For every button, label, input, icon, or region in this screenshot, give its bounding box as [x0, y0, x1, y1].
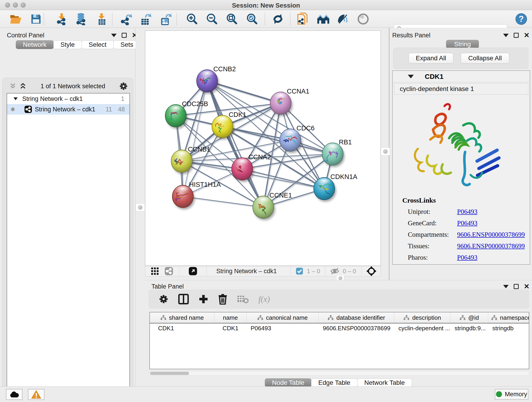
column-header-name[interactable]: name: [215, 313, 247, 323]
expand-all-icon[interactable]: [19, 83, 27, 89]
show-columns-icon[interactable]: [178, 294, 189, 304]
crosslink-link[interactable]: 9606.ENSP00000378699: [457, 231, 525, 238]
results-panel-divider[interactable]: [381, 28, 389, 280]
crosslink-link[interactable]: 9606.ENSP00000378699: [457, 242, 525, 250]
results-panel-close-icon[interactable]: ✕: [524, 33, 530, 38]
network-node-cdkn1a[interactable]: CDKN1A: [314, 173, 357, 202]
table-cell[interactable]: 9606.ENSP00000378699: [319, 323, 394, 333]
grid-view-icon[interactable]: [151, 267, 159, 275]
tab-network[interactable]: Network: [16, 40, 54, 49]
table-row[interactable]: CDK1CDK1P064939606.ENSP00000378699cyclin…: [150, 323, 529, 333]
control-panel-float-icon[interactable]: [122, 33, 127, 38]
birdseye-view-icon[interactable]: [189, 267, 197, 275]
table-panel-close-icon[interactable]: ✕: [524, 284, 530, 289]
table-panel-float-icon[interactable]: [514, 284, 519, 289]
control-panel-menu-icon[interactable]: [111, 34, 117, 37]
column-header-shared-name[interactable]: shared name: [150, 313, 215, 323]
network-canvas[interactable]: CCNB2CCNA1CDC25BCDK1CDC6RB1CCNB1CCNA2CDK…: [145, 31, 381, 266]
network-node-ccnb2[interactable]: CCNB2: [196, 65, 236, 94]
network-node-cdk1[interactable]: CDK1: [212, 111, 246, 140]
tab-string[interactable]: String: [446, 40, 479, 49]
cloud-button[interactable]: [6, 389, 22, 400]
hidden-eye-icon[interactable]: [330, 267, 340, 275]
crosslink-link[interactable]: P06493: [457, 219, 477, 227]
results-panel-title: Results Panel: [392, 32, 431, 39]
table-cell[interactable]: cyclin-dependent ...: [394, 323, 450, 333]
table-panel-menu-icon[interactable]: [503, 285, 509, 288]
table-cell[interactable]: stringdb:9...: [450, 323, 488, 333]
tab-network-table[interactable]: Network Table: [357, 378, 412, 387]
scrollbar-thumb[interactable]: [150, 372, 189, 375]
tab-select[interactable]: Select: [82, 40, 114, 49]
selected-checkbox-icon[interactable]: [296, 268, 303, 275]
table-cell[interactable]: CDK1: [150, 323, 215, 333]
crosslink-link[interactable]: P06493: [457, 208, 477, 216]
memory-button[interactable]: Memory: [495, 389, 528, 400]
column-header-namespace[interactable]: namespace: [488, 313, 529, 323]
import-network-file-icon[interactable]: [55, 12, 69, 26]
network-node-hist1h1a[interactable]: HIST1H1A: [172, 181, 221, 210]
import-network-database-icon[interactable]: [74, 12, 88, 26]
crosslink-row: Uniprot:P06493: [408, 208, 530, 216]
column-header-description[interactable]: description: [394, 313, 450, 323]
expand-all-button[interactable]: Expand All: [409, 53, 453, 64]
string-view-icon[interactable]: [165, 267, 173, 275]
column-header-canonical-name[interactable]: canonical name: [247, 313, 319, 323]
table-horizontal-scrollbar[interactable]: [149, 371, 529, 376]
network-node-ccna1[interactable]: CCNA1: [270, 88, 309, 116]
export-table-icon[interactable]: [138, 12, 152, 26]
left-panel-divider[interactable]: [135, 28, 145, 386]
glass-effect-icon[interactable]: [336, 12, 350, 26]
table-options-gear-icon[interactable]: [158, 294, 169, 304]
results-panel-float-icon[interactable]: [514, 33, 519, 38]
network-edge-count: 48: [118, 106, 125, 113]
network-options-gear-icon[interactable]: [119, 82, 128, 91]
network-tree-item-row[interactable]: String Network – cdk1 11 48: [7, 104, 129, 115]
column-header--id[interactable]: @id: [450, 313, 488, 323]
collapse-all-icon[interactable]: [9, 83, 17, 89]
warnings-button[interactable]: [28, 389, 44, 400]
network-tree-root-row[interactable]: String Network – cdk1 1: [7, 94, 129, 104]
save-session-icon[interactable]: [29, 12, 43, 26]
open-session-icon[interactable]: [9, 12, 23, 26]
tab-node-table[interactable]: Node Table: [265, 378, 311, 387]
zoom-selected-icon[interactable]: [245, 12, 259, 26]
add-column-icon[interactable]: [198, 294, 209, 304]
node-section-header[interactable]: CDK1: [393, 71, 530, 82]
tab-style[interactable]: Style: [53, 40, 82, 49]
tree-expand-icon[interactable]: [13, 97, 18, 101]
zoom-in-icon[interactable]: [185, 12, 199, 26]
crosslink-link[interactable]: P06493: [457, 254, 477, 261]
function-builder-icon[interactable]: f(x): [259, 294, 270, 304]
table-tabs: Node Table Edge Table Network Table: [145, 378, 532, 387]
node-label-cdkn1a: CDKN1A: [330, 173, 357, 180]
help-icon[interactable]: ?: [514, 12, 528, 26]
apply-layout-icon[interactable]: [271, 12, 285, 26]
results-panel-menu-icon[interactable]: [503, 34, 509, 37]
import-table-icon[interactable]: [95, 12, 109, 26]
network-node-rb1[interactable]: RB1: [322, 138, 352, 167]
table-cell[interactable]: CDK1: [215, 323, 247, 333]
zoom-out-icon[interactable]: [205, 12, 219, 26]
tab-edge-table[interactable]: Edge Table: [311, 378, 357, 387]
table-cell[interactable]: P06493: [247, 323, 319, 333]
memory-label: Memory: [505, 391, 527, 398]
delete-table-icon[interactable]: [237, 295, 249, 303]
zoom-fit-icon[interactable]: [225, 12, 239, 26]
section-collapse-icon[interactable]: [408, 75, 414, 78]
string-home-icon[interactable]: [316, 12, 330, 26]
share-document-icon[interactable]: [296, 12, 310, 26]
collapse-all-button[interactable]: Collapse All: [461, 53, 509, 64]
sphere-icon[interactable]: [356, 12, 370, 26]
divider-grip[interactable]: [136, 204, 145, 211]
export-network-icon[interactable]: [119, 12, 133, 26]
node-label-ccne1: CCNE1: [269, 191, 292, 199]
export-image-icon[interactable]: [158, 12, 173, 26]
fit-content-crosshair-icon[interactable]: [366, 266, 377, 277]
column-header-database-identifier[interactable]: database identifier: [319, 313, 394, 323]
delete-column-icon[interactable]: [218, 294, 227, 305]
node-table[interactable]: shared namenamecanonical namedatabase id…: [149, 312, 529, 369]
table-cell[interactable]: stringdb: [488, 323, 529, 333]
network-edge[interactable]: [183, 196, 263, 207]
divider-grip[interactable]: [381, 148, 390, 155]
